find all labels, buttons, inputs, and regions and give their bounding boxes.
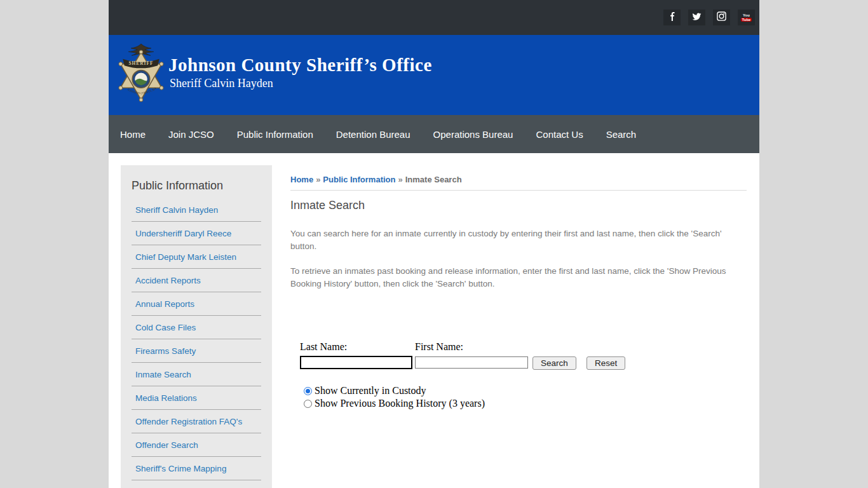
sidebar-item-accident-reports[interactable]: Accident Reports (132, 269, 261, 292)
page-container: You Tube SHERIFF (109, 0, 759, 488)
sidebar-heading: Public Information (132, 179, 261, 193)
sidebar-item-sheriffs-office-history[interactable]: Sheriff's Office History (132, 480, 261, 488)
facebook-button[interactable] (663, 10, 681, 25)
sidebar-item-undersheriff-daryl-reece[interactable]: Undersheriff Daryl Reece (132, 222, 261, 245)
nav-item-detention-bureau[interactable]: Detention Bureau (325, 115, 422, 153)
site-title: Johnson County Sheriff’s Office (168, 55, 432, 75)
search-button[interactable]: Search (532, 356, 576, 370)
breadcrumb-divider (290, 190, 747, 191)
sidebar-item-cold-case-files[interactable]: Cold Case Files (132, 316, 261, 339)
breadcrumb-home-link[interactable]: Home (290, 175, 313, 184)
radio-show-currently-in-custody[interactable] (304, 387, 312, 395)
inmate-search-form: Last Name: First Name: Search Reset Show… (290, 339, 747, 422)
radio-row-previous-booking-history: Show Previous Booking History (3 years) (304, 398, 485, 409)
breadcrumb: Home»Public Information»Inmate Search (290, 175, 747, 184)
radio-show-previous-booking-history[interactable] (304, 400, 312, 408)
breadcrumb-separator: » (313, 175, 323, 184)
sidebar-public-information: Public Information Sheriff Calvin Hayden… (121, 165, 272, 488)
nav-item-search[interactable]: Search (595, 115, 648, 153)
sidebar-item-sheriff-calvin-hayden[interactable]: Sheriff Calvin Hayden (132, 198, 261, 222)
nav-item-join-jcso[interactable]: Join JCSO (157, 115, 226, 153)
twitter-button[interactable] (688, 10, 705, 25)
sidebar-item-annual-reports[interactable]: Annual Reports (132, 292, 261, 316)
breadcrumb-current: Inmate Search (405, 175, 462, 184)
site-logo[interactable]: SHERIFF JOHNSON COUNTY, KANSAS (118, 43, 165, 106)
intro-paragraph: You can search here for an inmate curren… (290, 227, 747, 253)
main-content: Home»Public Information»Inmate Search In… (290, 165, 747, 488)
sidebar-list: Sheriff Calvin Hayden Undersheriff Daryl… (132, 198, 261, 488)
nav-item-public-information[interactable]: Public Information (226, 115, 325, 153)
breadcrumb-separator: » (395, 175, 405, 184)
site-subtitle: Sheriff Calvin Hayden (170, 77, 432, 90)
radio-row-currently-in-custody: Show Currently in Custody (304, 385, 426, 396)
nav-item-operations-bureau[interactable]: Operations Bureau (422, 115, 525, 153)
youtube-button[interactable]: You Tube (738, 10, 755, 25)
instagram-icon (717, 11, 726, 24)
sidebar-item-inmate-search[interactable]: Inmate Search (132, 363, 261, 386)
youtube-icon: You Tube (741, 13, 752, 22)
svg-text:SHERIFF: SHERIFF (128, 60, 153, 66)
sidebar-item-media-relations[interactable]: Media Relations (132, 386, 261, 410)
site-header: SHERIFF JOHNSON COUNTY, KANSAS Johnson C… (109, 35, 759, 115)
topbar: You Tube (109, 0, 759, 35)
sheriff-badge-icon: SHERIFF JOHNSON COUNTY, KANSAS (118, 43, 165, 104)
breadcrumb-public-information-link[interactable]: Public Information (323, 175, 395, 184)
radio-label-previous-booking-history: Show Previous Booking History (3 years) (315, 398, 485, 409)
content-area: Public Information Sheriff Calvin Hayden… (109, 153, 759, 488)
last-name-input[interactable] (300, 356, 412, 369)
sidebar-item-chief-deputy-mark-leisten[interactable]: Chief Deputy Mark Leisten (132, 245, 261, 269)
first-name-label: First Name: (415, 341, 463, 353)
main-nav: Home Join JCSO Public Information Detent… (109, 115, 759, 153)
last-name-label: Last Name: (300, 341, 347, 353)
sidebar-item-offender-search[interactable]: Offender Search (132, 433, 261, 457)
page-title: Inmate Search (290, 199, 747, 212)
sidebar-item-offender-registration-faqs[interactable]: Offender Registration FAQ's (132, 410, 261, 433)
radio-label-currently-in-custody: Show Currently in Custody (315, 385, 426, 396)
twitter-icon (692, 12, 702, 24)
first-name-input[interactable] (415, 356, 528, 369)
instructions-paragraph: To retrieve an inmates past booking and … (290, 265, 747, 290)
instagram-button[interactable] (713, 10, 730, 25)
site-titles: Johnson County Sheriff’s Office Sheriff … (168, 55, 432, 90)
nav-item-home[interactable]: Home (109, 115, 157, 153)
sidebar-item-firearms-safety[interactable]: Firearms Safety (132, 339, 261, 363)
nav-item-contact-us[interactable]: Contact Us (524, 115, 594, 153)
reset-button[interactable]: Reset (587, 356, 625, 370)
sidebar-item-sheriffs-crime-mapping[interactable]: Sheriff's Crime Mapping (132, 457, 261, 480)
facebook-icon (668, 12, 677, 24)
